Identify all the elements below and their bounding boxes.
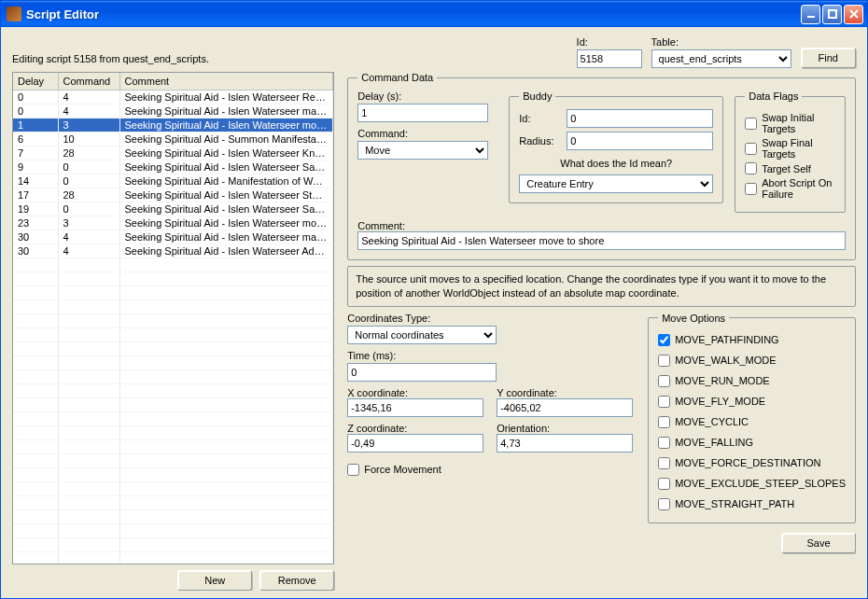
command-select[interactable]: Move xyxy=(357,141,488,160)
table-row-empty xyxy=(13,481,333,495)
table-row[interactable]: 304Seeking Spiritual Aid - Islen Waterse… xyxy=(13,244,333,258)
table-row-empty xyxy=(13,383,333,397)
delay-input[interactable] xyxy=(357,104,488,122)
table-row[interactable]: 610Seeking Spiritual Aid - Summon Manife… xyxy=(13,132,333,146)
table-row-empty xyxy=(13,425,333,439)
table-row-empty xyxy=(13,509,333,523)
comment-input[interactable] xyxy=(357,231,846,250)
x-label: X coordinate: xyxy=(347,387,483,398)
flag-row: Swap Initial Targets xyxy=(745,112,835,134)
move-option-checkbox[interactable] xyxy=(658,334,670,346)
move-option-row: MOVE_FALLING xyxy=(658,437,846,449)
flag-checkbox[interactable] xyxy=(745,162,757,174)
move-option-label: MOVE_STRAIGHT_PATH xyxy=(675,498,794,509)
move-option-checkbox[interactable] xyxy=(658,478,670,490)
move-option-checkbox[interactable] xyxy=(658,375,670,387)
buddy-id-input[interactable] xyxy=(567,109,713,128)
col-comment[interactable]: Comment xyxy=(119,73,333,90)
table-row-empty xyxy=(13,258,333,272)
y-input[interactable] xyxy=(497,398,633,417)
move-option-row: MOVE_FLY_MODE xyxy=(658,396,846,408)
table-row-empty xyxy=(13,439,333,453)
table-row[interactable]: 90Seeking Spiritual Aid - Islen Watersee… xyxy=(13,160,333,174)
command-label: Command: xyxy=(357,128,497,139)
table-row[interactable]: 140Seeking Spiritual Aid - Manifestation… xyxy=(13,174,333,188)
move-option-checkbox[interactable] xyxy=(658,498,670,510)
find-button[interactable]: Find xyxy=(801,48,856,68)
cell-command: 4 xyxy=(58,244,119,258)
table-row-empty xyxy=(13,551,333,564)
command-data-group: Command Data Delay (s): Command: Move xyxy=(347,72,856,260)
move-option-row: MOVE_STRAIGHT_PATH xyxy=(658,498,846,510)
flag-checkbox[interactable] xyxy=(745,183,757,195)
table-row-empty xyxy=(13,369,333,383)
cell-delay: 19 xyxy=(13,202,58,216)
move-option-checkbox[interactable] xyxy=(658,416,670,428)
buddy-legend: Buddy xyxy=(519,91,555,102)
table-row[interactable]: 04Seeking Spiritual Aid - Islen Watersee… xyxy=(13,90,333,104)
x-input[interactable] xyxy=(347,398,483,417)
maximize-button[interactable] xyxy=(822,5,842,24)
script-table[interactable]: Delay Command Comment 04Seeking Spiritua… xyxy=(12,72,334,564)
flag-label: Abort Script On Failure xyxy=(762,177,835,200)
cell-command: 0 xyxy=(58,174,119,188)
cell-command: 28 xyxy=(58,146,119,160)
table-row[interactable]: 304Seeking Spiritual Aid - Islen Waterse… xyxy=(13,230,333,244)
move-option-checkbox[interactable] xyxy=(658,457,670,469)
id-input[interactable] xyxy=(577,49,642,68)
cell-delay: 1 xyxy=(13,118,58,132)
table-row-empty xyxy=(13,355,333,369)
force-movement-checkbox[interactable] xyxy=(347,464,359,476)
table-row[interactable]: 04Seeking Spiritual Aid - Islen Watersee… xyxy=(13,104,333,118)
coords-type-select[interactable]: Normal coordinates xyxy=(347,326,497,344)
buddy-meaning-select[interactable]: Creature Entry xyxy=(519,174,713,193)
buddy-radius-label: Radius: xyxy=(519,135,562,146)
editing-label: Editing script 5158 from quest_end_scrip… xyxy=(12,36,577,64)
move-option-row: MOVE_EXCLUDE_STEEP_SLOPES xyxy=(658,478,846,490)
remove-button[interactable]: Remove xyxy=(259,570,334,591)
move-option-checkbox[interactable] xyxy=(658,437,670,449)
table-row-empty xyxy=(13,467,333,481)
new-button[interactable]: New xyxy=(177,570,252,591)
table-row-empty xyxy=(13,286,333,300)
table-select[interactable]: quest_end_scripts xyxy=(651,49,791,68)
move-option-checkbox[interactable] xyxy=(658,396,670,408)
cell-comment: Seeking Spiritual Aid - Islen Waterseer … xyxy=(119,146,333,160)
minimize-button[interactable] xyxy=(801,5,820,24)
cell-command: 4 xyxy=(58,230,119,244)
table-row[interactable]: 13Seeking Spiritual Aid - Islen Watersee… xyxy=(13,118,333,132)
move-option-checkbox[interactable] xyxy=(658,355,670,367)
move-option-label: MOVE_FLY_MODE xyxy=(675,396,765,407)
z-label: Z coordinate: xyxy=(347,423,483,434)
cell-comment: Seeking Spiritual Aid - Islen Waterseer … xyxy=(119,244,333,258)
o-input[interactable] xyxy=(497,434,633,453)
table-row-empty xyxy=(13,300,333,313)
table-row-empty xyxy=(13,313,333,327)
table-row-empty xyxy=(13,341,333,355)
table-row-empty xyxy=(13,272,333,286)
save-button[interactable]: Save xyxy=(781,533,856,553)
cell-delay: 7 xyxy=(13,146,58,160)
cell-command: 0 xyxy=(58,160,119,174)
flag-label: Swap Initial Targets xyxy=(762,112,835,134)
table-row[interactable]: 233Seeking Spiritual Aid - Islen Waterse… xyxy=(13,216,333,230)
buddy-radius-input[interactable] xyxy=(567,132,713,150)
z-input[interactable] xyxy=(347,434,483,453)
table-row[interactable]: 1728Seeking Spiritual Aid - Islen Waters… xyxy=(13,188,333,202)
table-row[interactable]: 728Seeking Spiritual Aid - Islen Waterse… xyxy=(13,146,333,160)
flag-checkbox[interactable] xyxy=(745,118,757,130)
col-delay[interactable]: Delay xyxy=(13,73,58,90)
titlebar[interactable]: Script Editor xyxy=(1,1,867,27)
table-row[interactable]: 190Seeking Spiritual Aid - Islen Waterse… xyxy=(13,202,333,216)
time-input[interactable] xyxy=(347,363,497,382)
description-text: The source unit moves to a specified loc… xyxy=(347,266,856,307)
cell-delay: 14 xyxy=(13,174,58,188)
flag-checkbox[interactable] xyxy=(745,143,757,155)
table-label: Table: xyxy=(651,36,791,48)
table-row-empty xyxy=(13,411,333,425)
cell-comment: Seeking Spiritual Aid - Islen Waterseer … xyxy=(119,104,333,118)
data-flags-group: Data Flags Swap Initial TargetsSwap Fina… xyxy=(735,91,846,213)
close-button[interactable] xyxy=(844,5,863,24)
move-options-group: Move Options MOVE_PATHFINDINGMOVE_WALK_M… xyxy=(648,313,856,523)
col-command[interactable]: Command xyxy=(58,73,119,90)
